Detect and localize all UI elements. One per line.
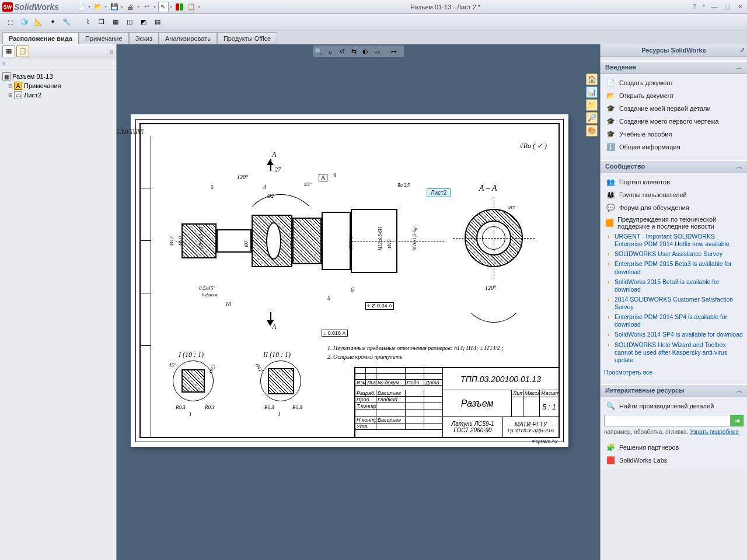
- news-link[interactable]: SolidWorks 2014 SP4 is available for dow…: [615, 330, 743, 340]
- news-link[interactable]: SolidWorks 2015 Beta3 is available for d…: [615, 277, 743, 295]
- panel-collapse-button[interactable]: »: [109, 47, 114, 56]
- close-button[interactable]: ✕: [735, 3, 745, 11]
- rp-item[interactable]: 💬Форум для обсуждения: [604, 201, 743, 214]
- prev-view-icon[interactable]: ↺: [337, 46, 347, 57]
- tb-feature-icon[interactable]: ❒: [96, 16, 107, 28]
- dim-ch05: 0,5x45°: [199, 285, 215, 291]
- new-button[interactable]: 📄: [76, 2, 87, 12]
- print-button[interactable]: 🖨: [125, 2, 136, 12]
- filter-icon[interactable]: ▿: [2, 60, 12, 68]
- news-link[interactable]: SOLIDWORKS Hole Wizard and Toolbox canno…: [615, 340, 743, 365]
- pin-icon[interactable]: ⤢: [740, 47, 745, 53]
- tb-sketch-icon[interactable]: ⌇: [82, 16, 93, 28]
- dim-phi15: Ø15: [386, 239, 392, 249]
- learn-more-link[interactable]: Узнать подробнее: [690, 429, 739, 435]
- tb-assembly-icon[interactable]: ⬚: [5, 16, 16, 28]
- minimize-button[interactable]: —: [710, 3, 719, 11]
- dim-ra25: Ra 2,5: [397, 183, 410, 188]
- tb-measure-icon[interactable]: 🔧: [61, 16, 72, 28]
- tb-table-icon[interactable]: ▤: [152, 16, 163, 28]
- taskpane-library-icon[interactable]: 📁: [586, 99, 598, 111]
- tree-annotations[interactable]: ⊞ A Примечания: [2, 81, 114, 90]
- rp-item[interactable]: ℹ️Общая информация: [604, 141, 743, 153]
- task-pane-tabs: 🏠 📊 📁 🔎 🎨: [586, 74, 598, 136]
- fm-tab-props[interactable]: 📋: [16, 46, 29, 57]
- app-view-icon[interactable]: ⊶: [388, 46, 399, 57]
- tab-office[interactable]: Продукты Office: [217, 32, 277, 44]
- tree-root[interactable]: ▦ Разъем 01-13: [2, 72, 114, 81]
- sheet-tag[interactable]: Лист2: [427, 188, 451, 197]
- news-link[interactable]: 2014 SOLIDWORKS Customer Satisfaction Su…: [615, 295, 743, 312]
- tab-sketch[interactable]: Эскиз: [129, 32, 159, 44]
- rp-item[interactable]: 🎓Учебные пособия: [604, 128, 743, 141]
- hide-show-icon[interactable]: ▭: [372, 46, 382, 57]
- item-icon: ℹ️: [605, 142, 616, 152]
- item-icon: 🟧: [605, 218, 614, 228]
- rp-item[interactable]: 📂Открыть документ: [604, 89, 743, 102]
- tb-part-icon[interactable]: 🧊: [19, 16, 30, 28]
- tree-sheet[interactable]: ⊞ ▭ Лист2: [2, 90, 114, 100]
- rp-item[interactable]: 🟧Предупреждения по технической поддержке…: [604, 214, 743, 232]
- dim-5b: 5: [327, 295, 330, 301]
- rp-item[interactable]: 👥Портал клиентов: [604, 176, 743, 188]
- undo-button[interactable]: ↩: [142, 2, 152, 12]
- tab-evaluate[interactable]: Анализировать: [159, 32, 217, 44]
- select-button[interactable]: ↖: [158, 2, 169, 12]
- item-icon: 👥: [605, 177, 616, 187]
- search-go-button[interactable]: ➜: [731, 415, 743, 426]
- rp-section-resources[interactable]: Интерактивные ресурсы ︿: [601, 384, 747, 397]
- zoom-area-icon[interactable]: ⌕: [325, 46, 336, 57]
- rp-item[interactable]: 📄Создать документ: [604, 76, 743, 89]
- dim-phi10: Ø10: [177, 236, 183, 246]
- open-button[interactable]: 📂: [93, 2, 103, 12]
- options-button[interactable]: 📋: [186, 2, 197, 12]
- tab-view-layout[interactable]: Расположение вида: [2, 32, 79, 44]
- tb-section-icon[interactable]: ◩: [138, 16, 149, 28]
- rp-item[interactable]: 🧩Решения партнеров: [604, 441, 743, 454]
- rp-item[interactable]: 🎓Создание моей первой детали: [604, 102, 743, 115]
- tb-row-dev: Разраб.: [355, 390, 376, 396]
- tb-hdr-date: Дата: [424, 380, 442, 385]
- note2: 2. Острые кромки притупить: [327, 354, 403, 360]
- taskpane-palette-icon[interactable]: 🎨: [586, 125, 598, 136]
- news-link[interactable]: Enterprise PDM 2015 Beta3 is available f…: [615, 259, 743, 276]
- rp-section-community[interactable]: Сообщество ︿: [601, 160, 747, 173]
- taskpane-explorer-icon[interactable]: 🔎: [586, 112, 598, 124]
- section-view-icon[interactable]: ⇆: [348, 46, 359, 57]
- taskpane-home-icon[interactable]: 🏠: [586, 74, 598, 85]
- tb-mate-icon[interactable]: ✦: [47, 16, 58, 28]
- news-link[interactable]: SOLIDWORKS User Assistance Survey: [615, 249, 743, 259]
- tb-scale: 5 : 1: [540, 397, 558, 416]
- rp-item[interactable]: 👨‍👩‍👦Группы пользователей: [604, 188, 743, 201]
- tb-sheet-icon[interactable]: ▦: [110, 16, 121, 28]
- datum-a: А: [319, 174, 327, 181]
- item-label: Предупреждения по технической поддержке …: [617, 216, 742, 230]
- expand-icon[interactable]: ⊞: [8, 92, 14, 98]
- fm-tab-tree[interactable]: ▦: [2, 46, 15, 57]
- tb-drawing-icon[interactable]: 📐: [33, 16, 44, 28]
- save-button[interactable]: 💾: [109, 2, 120, 12]
- maximize-button[interactable]: ▢: [722, 3, 732, 11]
- rp-title-label: Ресурсы SolidWorks: [641, 47, 706, 54]
- tb-row-tc: Т.контр.: [355, 403, 376, 409]
- item-icon: 🎓: [605, 117, 616, 126]
- item-label: Группы пользователей: [619, 191, 687, 198]
- zoom-fit-icon[interactable]: 🔍: [313, 46, 324, 57]
- command-toolbar: ⬚ 🧊 📐 ✦ 🔧 ⌇ ❒ ▦ ◫ ◩ ▤: [0, 14, 747, 30]
- help-button[interactable]: ?: [690, 3, 699, 11]
- taskpane-resources-icon[interactable]: 📊: [586, 86, 598, 98]
- tb-view-icon[interactable]: ◫: [124, 16, 135, 28]
- news-link[interactable]: URGENT - Important SOLIDWORKS Enterprise…: [615, 232, 743, 249]
- rp-section-intro[interactable]: Введение ︿: [601, 61, 747, 74]
- view-all-link[interactable]: Просмотреть все: [604, 368, 743, 377]
- tab-annotation[interactable]: Примечание: [79, 32, 129, 44]
- display-style-icon[interactable]: ◐: [360, 46, 371, 57]
- news-link[interactable]: Enterprise PDM 2014 SP4 is available for…: [615, 312, 743, 330]
- rp-item[interactable]: 🎓Создание моего первого чертежа: [604, 115, 743, 128]
- drawing-canvas[interactable]: 🔍 ⌕ ↺ ⇆ ◐ ▭▾ ⊶▾ 🏠 📊 📁 🔎 🎨 ТПП.03.200100.…: [117, 44, 600, 560]
- rp-item[interactable]: 🟥SolidWorks Labs: [604, 454, 743, 467]
- rebuild-button[interactable]: [174, 2, 185, 12]
- mfr-search-input[interactable]: [604, 415, 731, 426]
- expand-icon[interactable]: ⊞: [8, 83, 14, 89]
- drawing-sheet[interactable]: ТПП.03.200100.01.13 √Ra ( ✓ ) Лист2 А А: [131, 114, 568, 447]
